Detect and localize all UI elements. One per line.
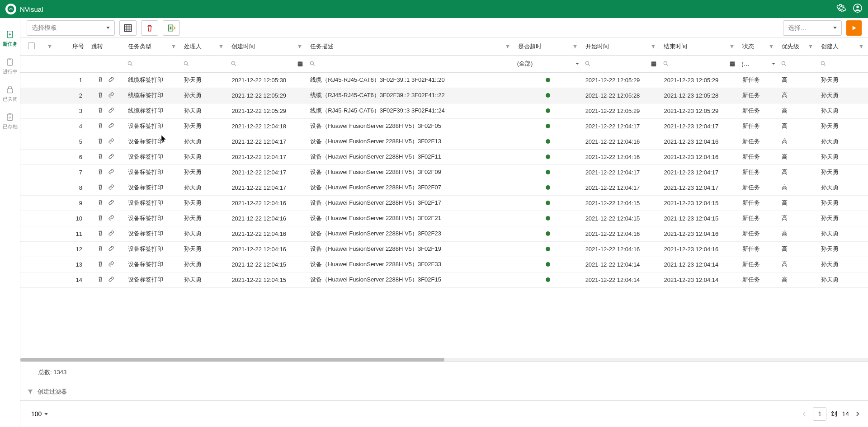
calendar-icon[interactable]: [650, 60, 657, 67]
user-icon[interactable]: [853, 3, 863, 15]
sidebar-item-in-progress[interactable]: 进行中: [0, 54, 20, 81]
filter-priority[interactable]: [789, 61, 815, 67]
filter-handler[interactable]: [191, 61, 226, 67]
action-select[interactable]: 选择…: [783, 20, 842, 36]
table-row[interactable]: 1线缆标签打印孙天勇2021-12-22 12:05:30线缆（RJ45-RJ4…: [20, 72, 868, 88]
table-row[interactable]: 6设备标签打印孙天勇2021-12-22 12:04:17设备（Huawei F…: [20, 149, 868, 164]
link-icon[interactable]: [108, 137, 115, 145]
filter-icon[interactable]: [572, 43, 578, 50]
cell-overdue: [514, 241, 582, 257]
filter-end-time[interactable]: [671, 61, 727, 67]
next-page-button[interactable]: [854, 410, 862, 418]
link-icon[interactable]: [108, 168, 115, 175]
filter-icon[interactable]: [729, 43, 735, 50]
link-icon[interactable]: [108, 107, 115, 114]
cell-seq: 5: [43, 134, 88, 149]
cell-overdue: [514, 164, 582, 180]
cell-creator: 孙天勇: [817, 103, 868, 118]
filter-icon[interactable]: [768, 43, 774, 50]
trash-icon[interactable]: [97, 137, 104, 145]
trash-icon[interactable]: [97, 260, 104, 267]
task-table: 序号 跳转 任务类型 处理人 创建时间 任务描述 是否超时 开始时间 结束时间 …: [20, 38, 868, 288]
cell-overdue: [514, 211, 582, 226]
sidebar-item-new-task[interactable]: 新任务: [0, 26, 20, 54]
filter-icon[interactable]: [858, 43, 864, 50]
filter-task-type[interactable]: [135, 61, 178, 67]
sidebar-item-archived[interactable]: 已存档: [0, 109, 20, 136]
filter-icon[interactable]: [170, 43, 177, 50]
trash-icon[interactable]: [97, 91, 104, 99]
filter-icon[interactable]: [297, 43, 303, 50]
page-size-select[interactable]: 100: [27, 408, 52, 419]
trash-icon[interactable]: [97, 153, 104, 160]
filter-overdue[interactable]: (全部): [517, 60, 579, 68]
cell-etime: 2021-12-23 12:04:16: [660, 226, 739, 241]
link-icon[interactable]: [108, 153, 115, 160]
trash-icon[interactable]: [97, 168, 104, 175]
cell-seq: 9: [43, 195, 88, 211]
trash-icon[interactable]: [97, 230, 104, 237]
table-row[interactable]: 5设备标签打印孙天勇2021-12-22 12:04:17设备（Huawei F…: [20, 134, 868, 149]
link-icon[interactable]: [108, 276, 115, 283]
link-icon[interactable]: [108, 260, 115, 267]
filter-icon[interactable]: [218, 43, 224, 50]
trash-icon[interactable]: [97, 107, 104, 114]
table-row[interactable]: 14设备标签打印孙天勇2021-12-22 12:04:15设备（Huawei …: [20, 272, 868, 287]
template-select[interactable]: 选择模板: [27, 20, 115, 36]
run-button[interactable]: [846, 20, 862, 36]
select-all-checkbox[interactable]: [28, 42, 35, 49]
filter-bar[interactable]: 创建过滤器: [20, 383, 868, 400]
cell-handler: 孙天勇: [180, 149, 228, 164]
current-page[interactable]: 1: [813, 407, 826, 421]
delete-button[interactable]: [141, 20, 158, 36]
trash-icon[interactable]: [97, 199, 104, 206]
export-button[interactable]: [163, 20, 180, 36]
table-row[interactable]: 12设备标签打印孙天勇2021-12-22 12:04:16设备（Huawei …: [20, 241, 868, 257]
table-row[interactable]: 2线缆标签打印孙天勇2021-12-22 12:05:29线缆（RJ45-RJ4…: [20, 88, 868, 103]
filter-create-time[interactable]: [239, 61, 295, 67]
link-icon[interactable]: [108, 76, 115, 83]
trash-icon[interactable]: [97, 245, 104, 252]
cell-prio: 高: [778, 149, 817, 164]
link-icon[interactable]: [108, 214, 115, 221]
filter-icon[interactable]: [47, 43, 53, 50]
table-row[interactable]: 7设备标签打印孙天勇2021-12-22 12:04:17设备（Huawei F…: [20, 164, 868, 180]
filter-status[interactable]: (…: [741, 61, 775, 67]
cell-type: 线缆标签打印: [124, 72, 180, 88]
table-row[interactable]: 8设备标签打印孙天勇2021-12-22 12:04:17设备（Huawei F…: [20, 180, 868, 195]
filter-desc[interactable]: [317, 61, 511, 67]
filter-start-time[interactable]: [593, 61, 649, 67]
grid-button[interactable]: [119, 20, 137, 36]
trash-icon[interactable]: [97, 183, 104, 191]
filter-creator[interactable]: [828, 61, 865, 67]
table-row[interactable]: 13设备标签打印孙天勇2021-12-22 12:04:15设备（Huawei …: [20, 257, 868, 272]
filter-icon[interactable]: [807, 43, 814, 50]
calendar-icon[interactable]: [297, 60, 304, 67]
cell-type: 设备标签打印: [124, 164, 180, 180]
trash-icon[interactable]: [97, 276, 104, 283]
cell-prio: 高: [778, 241, 817, 257]
trash-icon[interactable]: [97, 122, 104, 129]
trash-icon[interactable]: [97, 76, 104, 83]
table-row[interactable]: 4设备标签打印孙天勇2021-12-22 12:04:18设备（Huawei F…: [20, 118, 868, 134]
filter-icon[interactable]: [505, 43, 511, 50]
settings-icon[interactable]: [836, 3, 846, 15]
link-icon[interactable]: [108, 91, 115, 99]
table-row[interactable]: 3线缆标签打印孙天勇2021-12-22 12:05:29线缆（RJ45-RJ4…: [20, 103, 868, 118]
link-icon[interactable]: [108, 230, 115, 237]
calendar-icon[interactable]: [729, 60, 736, 67]
link-icon[interactable]: [108, 199, 115, 206]
trash-icon[interactable]: [97, 214, 104, 221]
table-row[interactable]: 10设备标签打印孙天勇2021-12-22 12:04:16设备（Huawei …: [20, 211, 868, 226]
status-dot-icon: [546, 93, 550, 98]
table-row[interactable]: 9设备标签打印孙天勇2021-12-22 12:04:16设备（Huawei F…: [20, 195, 868, 211]
sidebar-item-closed[interactable]: 已关闭: [0, 81, 20, 109]
horizontal-scrollbar[interactable]: [20, 358, 868, 361]
prev-page-button[interactable]: [800, 410, 808, 418]
filter-icon[interactable]: [650, 43, 656, 50]
table-row[interactable]: 11设备标签打印孙天勇2021-12-22 12:04:16设备（Huawei …: [20, 226, 868, 241]
link-icon[interactable]: [108, 183, 115, 191]
link-icon[interactable]: [108, 122, 115, 129]
link-icon[interactable]: [108, 245, 115, 252]
cell-etime: 2021-12-23 12:04:16: [660, 134, 739, 149]
